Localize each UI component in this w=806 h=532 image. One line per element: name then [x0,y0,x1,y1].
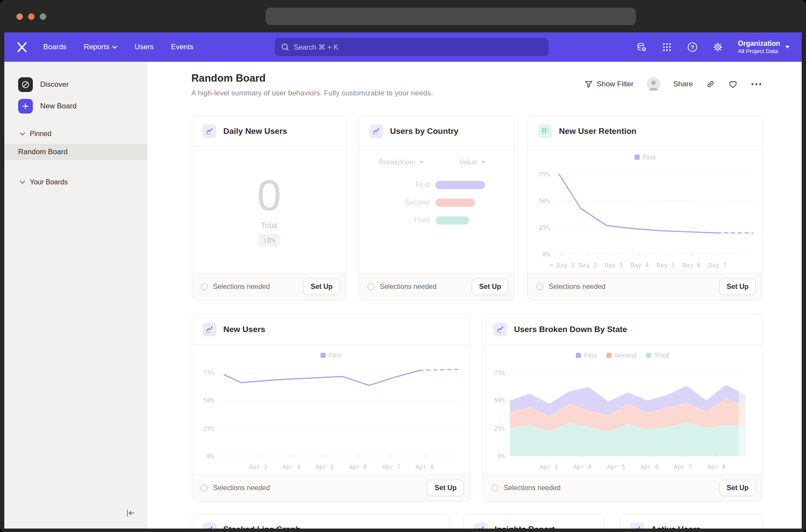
avatar[interactable] [647,77,660,91]
svg-text:25%: 25% [494,425,505,432]
svg-text:Apr 8: Apr 8 [416,463,434,470]
chart-legend: First [192,352,470,359]
sidebar-collapse-button[interactable] [125,508,136,519]
legend-swatch [320,353,326,358]
apps-grid-icon[interactable] [661,41,673,53]
window-zoom-button[interactable] [40,13,46,20]
card-new-users: New Users First 75%50%25%0%Apr 3Apr 4Apr… [192,314,470,502]
page-title: Random Board [191,72,266,84]
sidebar-item-new-board[interactable]: New Board [18,99,76,114]
card-title: Stacked Line Graph [223,525,300,529]
more-options-icon[interactable] [751,82,762,86]
status-text: Selections needed [213,484,270,492]
svg-text:Day 5: Day 5 [657,262,675,269]
svg-text:Day 2: Day 2 [579,262,597,269]
line-chart-icon [203,124,216,138]
nav-users[interactable]: Users [134,43,153,51]
nav-events[interactable]: Events [171,43,194,51]
caret-down-icon [419,161,424,164]
favorite-heart-icon[interactable] [728,79,738,89]
window-titlebar [0,0,806,32]
card-insights-report: Insights Report [463,514,605,529]
status-circle-icon [368,283,374,290]
card-stacked-line-graph: Stacked Line Graph [192,514,450,529]
value-dropdown[interactable]: Value [459,158,486,167]
svg-text:Day 4: Day 4 [631,262,649,269]
svg-text:Apr 7: Apr 7 [382,463,400,470]
sidebar-item-random-board[interactable]: Random Board [4,144,151,160]
svg-text:?: ? [691,44,694,51]
card-title: New User Retention [559,127,636,136]
card-active-users: Active Users [619,514,762,529]
svg-text:Apr 7: Apr 7 [674,463,692,470]
browser-url-bar[interactable] [266,8,636,25]
search-placeholder: Search ⌘ + K [294,43,338,51]
status-circle-icon [201,283,208,290]
svg-text:25%: 25% [539,224,550,231]
board-link-label: Random Board [18,148,67,156]
svg-text:< Day 1: < Day 1 [549,262,575,269]
new-users-line-chart: 75%50%25%0%Apr 3Apr 4Apr 5Apr 6Apr 7Apr … [193,363,470,474]
status-circle-icon [536,283,543,290]
window-minimize-button[interactable] [28,13,35,20]
svg-text:75%: 75% [539,171,550,177]
bar-row: Third [359,216,514,225]
line-chart-icon [203,323,216,336]
legend-swatch [646,353,651,358]
line-chart-icon [369,124,383,138]
line-chart-icon [493,323,507,336]
card-title: Daily New Users [223,127,287,136]
status-text: Selections needed [549,283,606,291]
nav-reports[interactable]: Reports [84,43,117,51]
breakdown-dropdown[interactable]: Breakdown [379,158,424,167]
nav-boards[interactable]: Boards [43,43,67,51]
data-management-icon[interactable] [636,41,647,53]
line-chart-icon [203,522,216,529]
browser-window: Boards Reports Users Events Search ⌘ + K… [0,0,806,532]
compass-icon [18,77,33,92]
svg-text:50%: 50% [539,197,550,204]
chevron-down-icon [20,132,25,136]
card-users-by-country: Users by Country Breakdown Value First S… [359,116,515,301]
window-close-button[interactable] [16,13,23,20]
svg-text:Day 7: Day 7 [708,262,727,269]
section-label: Your Boards [30,178,67,186]
set-up-button[interactable]: Set Up [427,480,464,496]
share-button[interactable]: Share [673,80,693,89]
org-switcher[interactable]: Organization All Project Data [738,39,790,55]
status-text: Selections needed [213,283,270,291]
set-up-button[interactable]: Set Up [472,279,508,295]
sidebar-section-pinned[interactable]: Pinned [20,130,51,138]
traffic-lights [16,13,46,20]
chevron-down-icon [20,180,25,184]
svg-text:0%: 0% [207,453,214,459]
set-up-button[interactable]: Set Up [303,279,340,295]
legend-swatch [635,155,640,160]
collapse-left-icon [125,508,136,518]
sidebar-section-your-boards[interactable]: Your Boards [20,178,67,186]
svg-text:Apr 3: Apr 3 [540,463,558,470]
status-circle-icon [201,484,208,491]
bar-row: First [359,180,514,189]
help-icon[interactable]: ? [687,41,698,53]
retention-dots-icon [538,124,552,138]
settings-gear-icon[interactable] [712,41,723,53]
global-search-input[interactable]: Search ⌘ + K [275,38,549,56]
line-chart-icon [630,522,644,529]
svg-text:Day 6: Day 6 [682,262,701,269]
caret-down-icon [785,46,790,48]
caret-down-icon [481,161,486,164]
mixpanel-logo-icon[interactable] [16,41,29,54]
set-up-button[interactable]: Set Up [719,480,756,496]
copy-link-icon[interactable] [706,79,715,89]
card-title: New Users [223,325,265,334]
show-filter-button[interactable]: Show Filter [584,80,634,89]
board-main: Random Board A high-level summary of use… [147,62,802,529]
bar-second [435,199,475,207]
set-up-button[interactable]: Set Up [719,279,756,295]
card-title: Users by Country [390,127,458,136]
svg-text:0%: 0% [543,251,550,258]
svg-text:Apr 3: Apr 3 [249,463,267,470]
svg-text:75%: 75% [494,369,505,376]
sidebar-item-discover[interactable]: Discover [18,77,69,92]
